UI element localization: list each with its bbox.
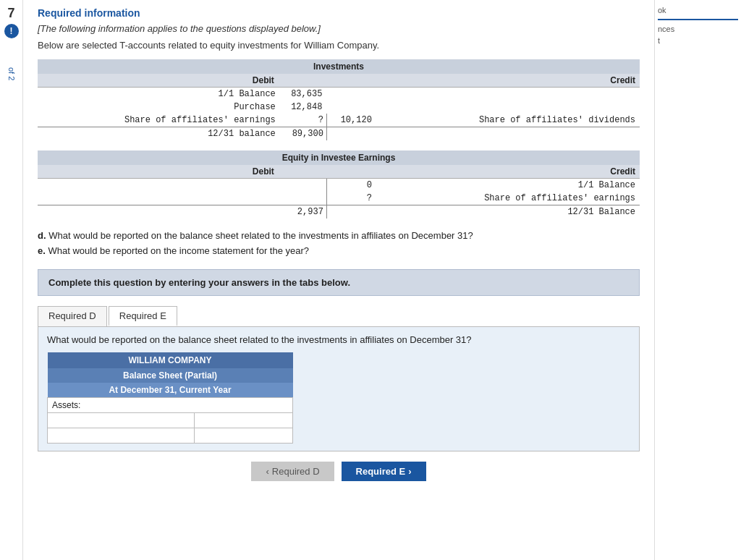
question-number: 7 — [7, 6, 14, 21]
assets-input-value-1[interactable] — [196, 415, 291, 426]
company-subtitle2: At December 31, Current Year — [48, 383, 293, 398]
assets-input-label-1[interactable] — [49, 415, 192, 426]
assets-input-value-2[interactable] — [196, 430, 291, 441]
tab-content-area: What would be reported on the balance sh… — [38, 327, 640, 451]
question-d-letter: d. — [38, 230, 46, 241]
tab-question: What would be reported on the balance sh… — [47, 334, 630, 345]
nav-buttons: ‹ Required D Required E › — [38, 462, 640, 481]
inv-row4-left-label: 12/31 balance — [38, 127, 279, 141]
prev-label: Required D — [272, 466, 320, 477]
question-e: e. What would be reported on the income … — [38, 244, 640, 259]
prev-icon: ‹ — [266, 466, 268, 477]
tab-required-d[interactable]: Required D — [38, 306, 107, 326]
next-icon: › — [408, 466, 411, 477]
tab-required-e[interactable]: Required E — [109, 306, 177, 326]
left-sidebar: 7 ! of 2 — [0, 0, 23, 560]
eq-row2-right-label: Share of affiliates' earnings — [375, 192, 640, 205]
tabs-container: Required D Required E — [38, 306, 640, 327]
below-text: Below are selected T-accounts related to… — [38, 40, 640, 51]
assets-input-label-2[interactable] — [49, 430, 192, 441]
inv-row3-left-val: ? — [279, 114, 327, 127]
prev-button[interactable]: ‹ Required D — [251, 462, 334, 481]
eq-row2-right-val: ? — [326, 192, 375, 205]
complete-box-text: Complete this question by entering your … — [48, 277, 350, 288]
eq-row3-right-label: 12/31 Balance — [375, 205, 640, 219]
right-panel: ok nces t — [654, 0, 741, 560]
question-d: d. What would be reported on the balance… — [38, 229, 640, 244]
company-subtitle1: Balance Sheet (Partial) — [48, 368, 293, 383]
question-e-letter: e. — [38, 245, 46, 256]
equity-table: Equity in Investee Earnings Debit Credit… — [38, 150, 640, 219]
questions-section: d. What would be reported on the balance… — [38, 229, 640, 259]
right-panel-item-nces[interactable]: nces — [658, 25, 738, 33]
main-content: Required information [The following info… — [23, 0, 654, 560]
equity-title: Equity in Investee Earnings — [38, 150, 640, 165]
inv-row2-left-label: Purchase — [38, 101, 279, 114]
investments-credit-header: Credit — [375, 74, 640, 88]
equity-debit-header: Debit — [38, 165, 279, 179]
company-name: WILLIAM COMPANY — [48, 352, 293, 368]
investments-table: Investments Debit Credit 1/1 Balance 83,… — [38, 59, 640, 140]
alert-icon: ! — [4, 24, 19, 38]
of-label: of 2 — [7, 67, 16, 80]
eq-row3-left-val: 2,937 — [279, 205, 327, 219]
next-label: Required E — [356, 466, 406, 477]
right-panel-item-t[interactable]: t — [658, 36, 738, 45]
right-panel-divider — [658, 19, 738, 20]
inv-row3-right-val: 10,120 — [326, 114, 375, 127]
inv-row3-left-label: Share of affiliates' earnings — [38, 114, 279, 127]
investments-title: Investments — [38, 59, 640, 74]
company-table: WILLIAM COMPANY Balance Sheet (Partial) … — [47, 352, 293, 444]
next-button[interactable]: Required E › — [342, 462, 426, 481]
inv-row1-left-val: 83,635 — [279, 88, 327, 101]
assets-label: Assets: — [48, 397, 293, 412]
equity-credit-header: Credit — [375, 165, 640, 179]
inv-row3-right-label: Share of affiliates' dividends — [375, 114, 640, 127]
question-d-text: What would be reported on the balance sh… — [48, 230, 473, 241]
eq-row1-right-label: 1/1 Balance — [375, 179, 640, 192]
right-panel-item-ok[interactable]: ok — [658, 6, 738, 14]
required-info-title: Required information — [38, 7, 640, 19]
question-e-text: What would be reported on the income sta… — [48, 245, 309, 256]
italic-info-text: [The following information applies to th… — [38, 23, 640, 34]
inv-row2-left-val: 12,848 — [279, 101, 327, 114]
inv-row4-left-val: 89,300 — [279, 127, 327, 141]
eq-row1-right-val: 0 — [326, 179, 375, 192]
eq-row3-left-label — [38, 205, 279, 219]
complete-box: Complete this question by entering your … — [38, 269, 640, 296]
inv-row1-left-label: 1/1 Balance — [38, 88, 279, 101]
investments-debit-header: Debit — [38, 74, 279, 88]
